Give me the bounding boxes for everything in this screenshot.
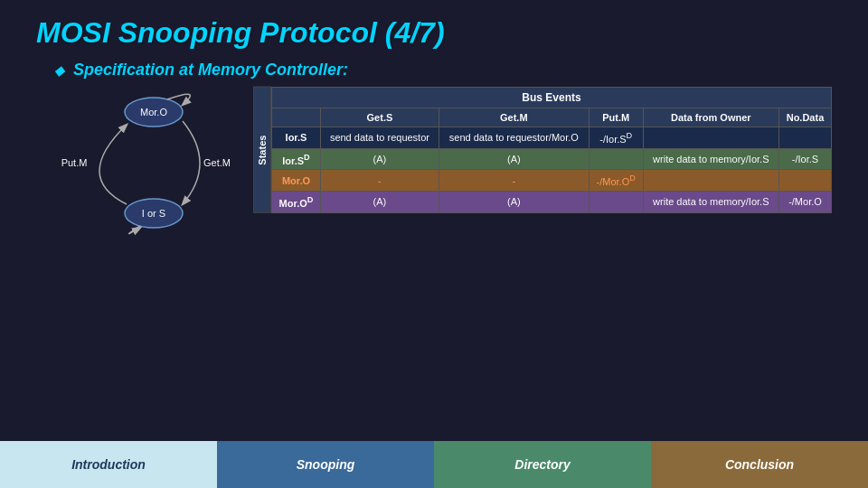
slide: MOSI Snooping Protocol (4/7) Specificati… [0, 0, 868, 488]
table-wrapper: States Bus Events Get.S Get.M Put.M Data… [253, 87, 832, 213]
cell-morop-putm [589, 191, 643, 212]
bus-events-header: Bus Events [272, 88, 832, 108]
table-row: Ior.SD (A) (A) write data to memory/Ior.… [272, 148, 832, 170]
nav-item-introduction[interactable]: Introduction [0, 441, 217, 488]
svg-text:Get.M: Get.M [203, 157, 231, 168]
state-iorsp: Ior.SD [272, 148, 321, 170]
col-nodata: No.Data [778, 108, 831, 127]
svg-text:I or S: I or S [142, 208, 165, 219]
cell-morop-getm: (A) [439, 191, 589, 212]
nav-conclusion-label: Conclusion [725, 457, 794, 472]
cell-iorsp-gets: (A) [321, 148, 439, 170]
cell-moro-nodata [778, 170, 831, 192]
table-row: Ior.S send data to requestor send data t… [272, 127, 832, 149]
nav-item-conclusion[interactable]: Conclusion [651, 441, 868, 488]
svg-text:Mor.O: Mor.O [140, 107, 167, 117]
state-moro: Mor.O [272, 170, 321, 192]
cell-iorsp-putm [589, 148, 643, 170]
col-gets: Get.S [321, 108, 439, 127]
cell-iorsp-datafromowner: write data to memory/Ior.S [643, 148, 778, 170]
col-datafromowner: Data from Owner [643, 108, 778, 127]
cell-morop-gets: (A) [321, 191, 439, 212]
cell-iors-getm: send data to requestor/Mor.O [439, 127, 589, 149]
table-row: Mor.O - - -/Mor.OD [272, 170, 832, 192]
state-diagram: Mor.O I or S Put.M Get.M [36, 87, 235, 240]
nav-item-directory[interactable]: Directory [434, 441, 651, 488]
nav-bar: Introduction Snooping Directory Conclusi… [0, 441, 868, 488]
col-putm: Put.M [589, 108, 643, 127]
cell-iorsp-nodata: -/Ior.S [778, 148, 831, 170]
cell-moro-gets: - [321, 170, 439, 192]
nav-directory-label: Directory [514, 457, 570, 472]
cell-morop-nodata: -/Mor.O [778, 191, 831, 212]
cell-iors-gets: send data to requestor [321, 127, 439, 149]
cell-moro-putm: -/Mor.OD [589, 170, 643, 192]
cell-moro-getm: - [439, 170, 589, 192]
state-iors: Ior.S [272, 127, 321, 149]
states-label: States [253, 87, 271, 213]
col-getm: Get.M [439, 108, 589, 127]
cell-iors-datafromowner [643, 127, 778, 149]
state-morop: Mor.OD [272, 191, 321, 212]
cell-moro-datafromowner [643, 170, 778, 192]
nav-introduction-label: Introduction [71, 457, 146, 472]
table-section: States Bus Events Get.S Get.M Put.M Data… [253, 87, 832, 240]
bus-events-table: Bus Events Get.S Get.M Put.M Data from O… [271, 87, 832, 213]
column-header-row: Get.S Get.M Put.M Data from Owner No.Dat… [272, 108, 832, 127]
nav-item-snooping[interactable]: Snooping [217, 441, 434, 488]
diagram-svg: Mor.O I or S Put.M Get.M [36, 87, 235, 240]
page-title: MOSI Snooping Protocol (4/7) [0, 0, 868, 57]
cell-iors-putm: -/Ior.SD [589, 127, 643, 149]
content-area: Mor.O I or S Put.M Get.M [0, 87, 868, 240]
subtitle: Specification at Memory Controller: [0, 57, 868, 87]
cell-morop-datafromowner: write data to memory/Ior.S [643, 191, 778, 212]
svg-text:Put.M: Put.M [61, 157, 88, 168]
col-state [272, 108, 321, 127]
table-row: Mor.OD (A) (A) write data to memory/Ior.… [272, 191, 832, 212]
nav-snooping-label: Snooping [297, 457, 355, 472]
cell-iors-nodata [778, 127, 831, 149]
cell-iorsp-getm: (A) [439, 148, 589, 170]
